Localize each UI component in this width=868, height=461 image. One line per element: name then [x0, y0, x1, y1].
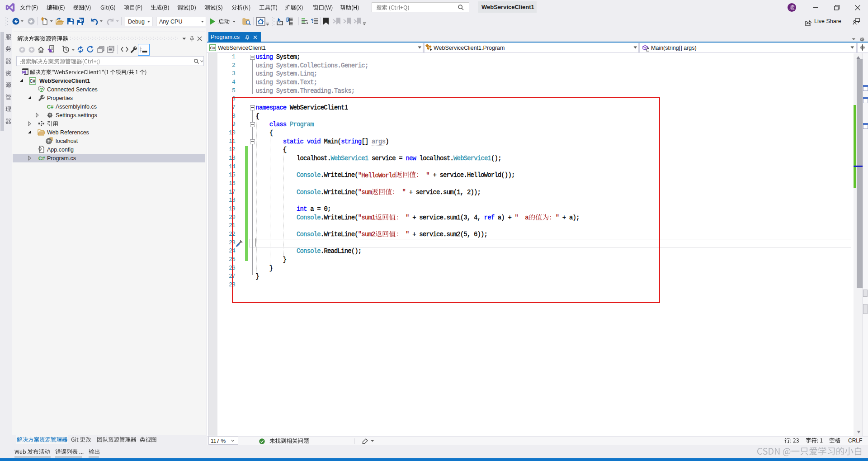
svg-text:C#: C#	[210, 46, 216, 50]
svg-text:C#: C#	[47, 104, 54, 109]
svg-text:C#: C#	[38, 156, 45, 161]
svg-text:C#: C#	[30, 79, 36, 84]
